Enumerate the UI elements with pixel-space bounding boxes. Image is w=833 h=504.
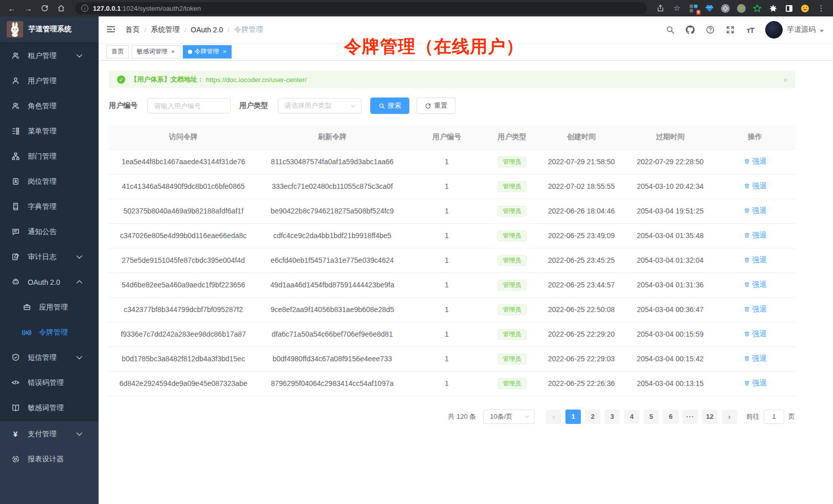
user-menu[interactable]: 芋道源码 — [765, 21, 824, 38]
tab-token[interactable]: 令牌管理× — [183, 45, 232, 59]
page-button-6[interactable]: 6 — [663, 410, 678, 424]
force-logout-button[interactable]: 强退 — [744, 280, 767, 289]
sidebar-item-oauth-app[interactable]: 应用管理 — [0, 295, 99, 320]
created-cell: 2022-06-25 22:29:03 — [537, 346, 626, 371]
extension-green-dot-icon[interactable] — [736, 4, 746, 13]
sidebar-item-sms[interactable]: 短信管理 — [0, 345, 99, 370]
access-token-cell: 275e5de9151045fe87cbdc395e004f4d — [109, 248, 258, 273]
share-button[interactable] — [654, 2, 667, 15]
refresh-token-cell: dfa6c71a50a54c66bef706ef9e6e8d81 — [258, 322, 407, 346]
tab-close-icon[interactable]: × — [171, 48, 175, 55]
tab-home[interactable]: 首页 — [106, 45, 129, 59]
table-row: 1ea5e44f8bc1467aaede43144f31de76811c5304… — [109, 149, 795, 174]
force-logout-button[interactable]: 强退 — [744, 231, 767, 240]
table-header-cell: 创建时间 — [537, 125, 626, 149]
page-ellipsis-button[interactable]: ··· — [683, 410, 698, 424]
expires-cell: 2054-03-04 19:51:25 — [626, 199, 715, 223]
forward-button[interactable]: → — [22, 2, 35, 15]
chevron-down-icon — [350, 103, 356, 109]
extension-star-icon[interactable] — [752, 4, 762, 13]
goto-page-input[interactable] — [764, 410, 784, 424]
tab-close-icon[interactable]: × — [223, 48, 227, 55]
help-icon[interactable] — [705, 25, 715, 35]
sidebar-item-oauth-token[interactable]: ((a))令牌管理 — [0, 320, 99, 345]
extension-white-star-icon[interactable] — [768, 4, 778, 13]
bookmark-star-button[interactable]: ☆ — [670, 2, 684, 15]
table-row: 6d842e2924594de9a09e45e087323abe8796295f… — [109, 371, 795, 396]
sidebar-item-dept[interactable]: 部门管理 — [0, 144, 99, 169]
page-button-3[interactable]: 3 — [604, 410, 620, 424]
page-button-12[interactable]: 12 — [702, 410, 717, 424]
sidebar-item-dict[interactable]: 字典管理 — [0, 194, 99, 219]
sidebar-item-pay[interactable]: ¥支付管理 — [0, 421, 99, 447]
force-logout-button[interactable]: 强退 — [744, 256, 767, 265]
breadcrumb-item[interactable]: 系统管理 — [151, 25, 180, 34]
force-logout-button[interactable]: 强退 — [744, 157, 767, 166]
github-icon[interactable] — [685, 25, 695, 35]
sidebar-item-post[interactable]: 岗位管理 — [0, 169, 99, 194]
force-logout-button[interactable]: 强退 — [744, 354, 767, 363]
sidebar-collapse-button[interactable] — [106, 24, 117, 35]
font-size-icon[interactable]: тT — [745, 25, 755, 35]
reset-button[interactable]: 重置 — [416, 98, 456, 114]
sidebar-item-sensitive[interactable]: 敏感词管理 — [0, 395, 99, 420]
reload-button[interactable] — [38, 2, 51, 15]
user-type-badge: 管理员 — [498, 280, 526, 290]
prev-page-button[interactable]: ‹ — [546, 410, 561, 424]
sidebar-item-oauth[interactable]: OAuth 2.0 — [0, 269, 99, 295]
sidebar-item-tenant[interactable]: 租户管理 — [0, 43, 99, 68]
page-button-2[interactable]: 2 — [585, 410, 600, 424]
expires-cell: 2054-03-04 01:31:36 — [626, 273, 715, 297]
alert-close-icon[interactable]: × — [783, 75, 788, 84]
extension-command-icon[interactable] — [721, 4, 730, 13]
sidebar-item-role[interactable]: 角色管理 — [0, 93, 99, 119]
sidebar-item-notice[interactable]: 通知公告 — [0, 219, 99, 244]
doc-link[interactable]: https://doc.iocoder.cn/user-center/ — [206, 76, 307, 84]
user-id-input[interactable] — [147, 98, 231, 113]
back-button[interactable]: ← — [5, 2, 18, 15]
force-logout-button[interactable]: 强退 — [744, 329, 767, 339]
user-icon — [11, 76, 20, 86]
next-page-button[interactable]: › — [722, 410, 737, 424]
access-token-cell: 502375b8040a469a9b82188afdf6af1f — [109, 199, 258, 223]
user-type-badge: 管理员 — [498, 181, 526, 192]
table-header-row: 访问令牌刷新令牌用户编号用户类型创建时间过期时间操作 — [109, 125, 795, 149]
breadcrumb-item[interactable]: OAuth 2.0 — [191, 26, 223, 34]
extension-sidepanel-icon[interactable] — [784, 4, 793, 13]
sidebar-item-label: 支付管理 — [28, 430, 56, 439]
page-button-4[interactable]: 4 — [624, 410, 639, 424]
expires-cell: 2054-03-04 00:13:15 — [626, 371, 715, 396]
force-logout-button[interactable]: 强退 — [744, 379, 767, 388]
page-button-1[interactable]: 1 — [565, 410, 581, 424]
user-id-cell: 1 — [407, 322, 487, 346]
tab-sensitive-words[interactable]: 敏感词管理× — [131, 45, 180, 59]
sidebar-item-audit[interactable]: 审计日志 — [0, 244, 99, 269]
sidebar-item-report[interactable]: 报表设计器 — [0, 447, 99, 472]
user-type-badge: 管理员 — [498, 206, 526, 217]
extension-grid-icon[interactable]: 9 — [689, 4, 698, 13]
fullscreen-icon[interactable] — [725, 25, 735, 35]
extension-gem-icon[interactable] — [705, 4, 714, 13]
sidebar-item-menu[interactable]: 菜单管理 — [0, 119, 99, 144]
search-icon[interactable] — [665, 25, 675, 35]
user-type-select[interactable]: 请选择用户类型 — [278, 98, 362, 113]
breadcrumb-item[interactable]: 首页 — [125, 25, 140, 34]
force-logout-button[interactable]: 强退 — [744, 182, 767, 191]
app-logo[interactable]: 芋道管理系统 — [0, 16, 99, 42]
force-logout-button[interactable]: 强退 — [744, 305, 767, 314]
page-button-5[interactable]: 5 — [643, 410, 659, 424]
force-logout-button[interactable]: 强退 — [744, 206, 767, 216]
user-id-cell: 1 — [407, 223, 487, 248]
sidebar-item-label: 菜单管理 — [28, 127, 56, 136]
extension-emoji-icon[interactable] — [800, 4, 809, 13]
browser-menu-button[interactable]: ⋮ — [815, 2, 828, 15]
home-button[interactable] — [54, 2, 68, 15]
sidebar-item-user[interactable]: 用户管理 — [0, 68, 99, 93]
site-info-icon[interactable]: i — [81, 5, 88, 12]
sidebar-item-errcode[interactable]: </>错误码管理 — [0, 370, 99, 395]
url-bar[interactable]: i 127.0.0.1:1024/system/oauth2/token — [75, 2, 647, 14]
refresh-token-cell: b0df4980ffd34c67a08f9156e4eee733 — [258, 346, 407, 371]
page-size-select[interactable]: 10条/页 — [483, 410, 535, 424]
search-button[interactable]: 搜索 — [370, 98, 409, 114]
created-cell: 2022-06-25 23:49:09 — [537, 223, 626, 248]
